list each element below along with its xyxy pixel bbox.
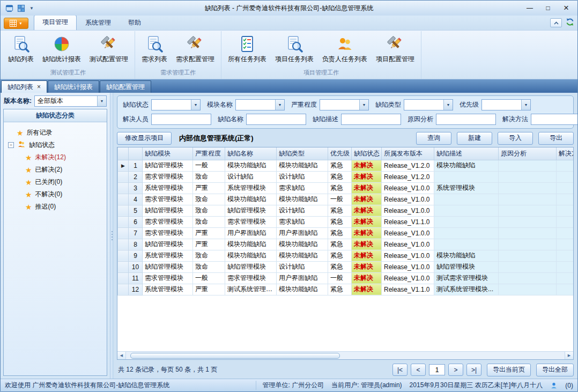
minimize-button[interactable]: —	[521, 2, 539, 14]
last-page-button[interactable]: >|	[466, 364, 481, 376]
views-icon[interactable]	[16, 3, 26, 13]
filter-combo-module-name[interactable]: ▼	[235, 99, 285, 110]
table-row[interactable]: 6需求管理模块致命需求管理模块需求缺陷紧急未解决Release_V1.1.0	[118, 216, 574, 227]
table-row[interactable]: 2需求管理模块致命设计缺陷设计缺陷紧急未解决Release_V1.2.0	[118, 171, 574, 182]
close-tab-icon[interactable]: ×	[37, 83, 41, 91]
quick-access-dropdown-icon[interactable]: ▼	[28, 6, 35, 11]
tree-item-wontfix[interactable]: ★不解决(0)	[5, 188, 106, 201]
column-header[interactable]: 缺陷模块	[143, 147, 193, 160]
tree-item-defect-status[interactable]: −缺陷状态	[5, 139, 106, 151]
row-selector[interactable]	[118, 284, 129, 295]
version-combo[interactable]: 全部版本 ▼	[34, 95, 107, 107]
maximize-button[interactable]: □	[539, 2, 557, 14]
scrollbar-thumb[interactable]	[130, 353, 340, 359]
ribbon-button-owner-tasks-list[interactable]: 负责人任务列表	[318, 33, 372, 66]
column-header[interactable]: 原因分析	[499, 147, 557, 160]
tree-item-unresolved[interactable]: ★未解决(12)	[5, 151, 106, 164]
prev-page-button[interactable]: <	[411, 364, 426, 376]
table-row[interactable]: 7需求管理模块严重用户界面缺陷用户界面缺陷紧急未解决Release_V1.0.0	[118, 227, 574, 239]
ribbon-tab-project-management[interactable]: 项目管理	[34, 15, 77, 30]
filter-combo-priority[interactable]: ▼	[481, 99, 531, 110]
ribbon-button-project-tasks-list[interactable]: 项目任务列表	[271, 33, 318, 66]
table-row[interactable]: 11需求管理模块一般需求管理模块用户界面缺陷一般未解决Release_V1.0.…	[118, 272, 574, 284]
filter-input-defect-desc[interactable]	[341, 114, 401, 125]
tree-item-resolved[interactable]: ★已解决(2)	[5, 164, 106, 176]
sidebar-splitter[interactable]	[110, 93, 114, 379]
horizontal-scrollbar[interactable]: ◀ ▶	[117, 351, 573, 359]
page-number-input[interactable]	[429, 364, 445, 375]
tree-item-closed[interactable]: ★已关闭(0)	[5, 176, 106, 188]
table-row[interactable]: 12系统管理模块严重测试系统管理模...模块功能缺陷紧急未解决Release_V…	[118, 284, 574, 295]
import-button[interactable]: 导入	[498, 132, 533, 145]
row-selector[interactable]	[118, 250, 129, 261]
ribbon-button-requirement-list[interactable]: 需求列表	[137, 33, 172, 66]
column-header[interactable]: 严重程度	[193, 147, 225, 160]
filter-input-cause-analysis[interactable]	[436, 114, 496, 125]
row-selector[interactable]	[118, 261, 129, 272]
column-header[interactable]: 解决方法	[557, 147, 574, 160]
filter-input-resolver[interactable]	[151, 114, 211, 125]
row-selector[interactable]	[118, 171, 129, 182]
scroll-left-icon[interactable]: ◀	[117, 352, 126, 359]
row-selector[interactable]	[118, 182, 129, 194]
ribbon-button-defect-list[interactable]: 缺陷列表	[4, 33, 38, 66]
ribbon-button-defect-stats-report[interactable]: 缺陷统计报表	[38, 33, 85, 66]
table-row[interactable]: 3系统管理模块严重系统管理模块需求缺陷紧急未解决Release_V1.0.0系统…	[118, 182, 574, 194]
scroll-right-icon[interactable]: ▶	[565, 352, 573, 359]
filter-combo-defect-type[interactable]: ▼	[404, 99, 453, 110]
doc-tab-defect-list[interactable]: 缺陷列表×	[1, 80, 47, 93]
ribbon-tab-help[interactable]: 帮助	[120, 16, 150, 30]
column-header[interactable]: 优先级	[328, 147, 352, 160]
row-selector[interactable]	[118, 194, 129, 205]
tree-item-all-records[interactable]: ★所有记录	[5, 127, 106, 139]
table-row[interactable]: 8缺陷管理模块严重模块功能缺陷模块功能缺陷紧急未解决Release_V1.0.0	[118, 239, 574, 250]
close-button[interactable]: ×	[557, 2, 575, 14]
row-selector[interactable]	[118, 216, 129, 227]
column-header[interactable]: 缺陷状态	[352, 147, 382, 160]
table-row[interactable]: ▶1缺陷管理模块一般模块功能缺陷模块功能缺陷紧急未解决Release_V1.2.…	[118, 160, 574, 171]
export-current-page-button[interactable]: 导出当前页	[487, 364, 531, 376]
tree-item-postponed[interactable]: ★推迟(0)	[5, 201, 106, 213]
chevron-down-icon[interactable]: ▼	[521, 100, 530, 110]
doc-tab-defect-stats-report[interactable]: 缺陷统计报表	[48, 80, 99, 93]
chevron-down-icon[interactable]: ▼	[359, 100, 368, 110]
row-selector[interactable]	[118, 205, 129, 216]
chevron-down-icon[interactable]: ▼	[191, 100, 200, 110]
next-page-button[interactable]: >	[448, 364, 463, 376]
table-row[interactable]: 5缺陷管理模块致命缺陷管理模块设计缺陷紧急未解决Release_V1.0.0	[118, 205, 574, 216]
ribbon-tab-system-management[interactable]: 系统管理	[77, 16, 120, 30]
column-header[interactable]: 缺陷描述	[434, 147, 499, 160]
chevron-down-icon[interactable]: ▼	[443, 100, 453, 110]
app-logo-icon[interactable]	[4, 3, 14, 13]
refresh-icon[interactable]	[566, 18, 574, 28]
column-header[interactable]: 缺陷类型	[277, 147, 328, 160]
collapse-ribbon-button[interactable]	[550, 18, 562, 27]
ribbon-button-test-config-management[interactable]: 测试配置管理	[85, 33, 132, 66]
filter-input-defect-name[interactable]	[246, 114, 306, 125]
new-button[interactable]: 新建	[457, 132, 492, 145]
row-selector[interactable]	[118, 239, 129, 250]
ribbon-button-requirement-config-management[interactable]: 需求配置管理	[172, 33, 219, 66]
doc-tab-defect-config-management[interactable]: 缺陷配置管理	[100, 80, 151, 93]
table-row[interactable]: 9系统管理模块致命模块功能缺陷模块功能缺陷紧急未解决Release_V1.0.0…	[118, 250, 574, 261]
row-selector[interactable]	[118, 272, 129, 284]
column-header[interactable]: 缺陷名称	[225, 147, 277, 160]
first-page-button[interactable]: |<	[392, 364, 407, 376]
table-row[interactable]: 10缺陷管理模块致命缺陷管理模块设计缺陷紧急未解决Release_V1.0.0缺…	[118, 261, 574, 272]
chevron-down-icon[interactable]: ▼	[97, 96, 106, 106]
filter-combo-defect-status[interactable]: ▼	[151, 99, 201, 110]
chevron-down-icon[interactable]: ▼	[275, 100, 284, 110]
modify-display-items-button[interactable]: 修改显示项目	[117, 132, 172, 145]
export-button[interactable]: 导出	[538, 132, 574, 145]
filter-input-solution[interactable]	[531, 114, 578, 125]
row-selector[interactable]: ▶	[118, 160, 129, 171]
ribbon-button-all-tasks-list[interactable]: 所有任务列表	[224, 33, 271, 66]
export-all-button[interactable]: 导出全部	[536, 364, 574, 376]
row-selector[interactable]	[118, 227, 129, 239]
table-row[interactable]: 4需求管理模块致命模块功能缺陷模块功能缺陷一般未解决Release_V1.0.0	[118, 194, 574, 205]
filter-combo-severity[interactable]: ▼	[320, 99, 369, 110]
ribbon-button-project-config-management[interactable]: 项目配置管理	[372, 33, 419, 66]
query-button[interactable]: 查询	[416, 132, 451, 145]
application-menu-button[interactable]: ▼	[4, 18, 28, 29]
column-header[interactable]: 所属发布版本	[382, 147, 434, 160]
